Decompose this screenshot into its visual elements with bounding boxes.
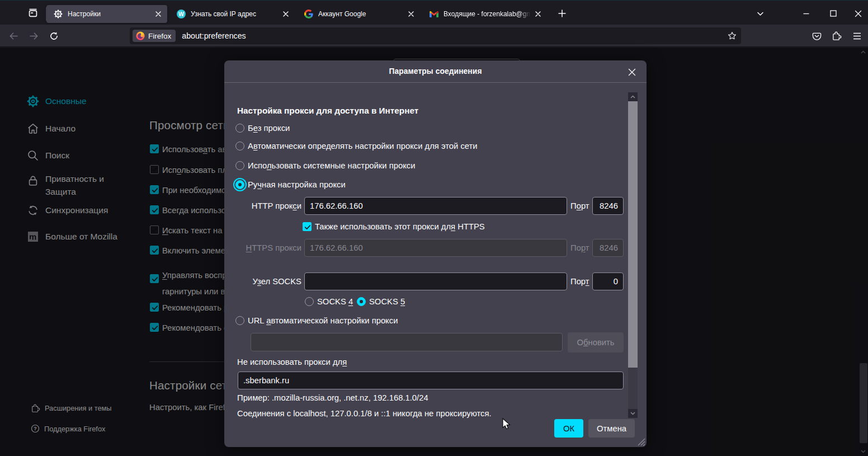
firefox-logo-icon <box>136 31 145 40</box>
list-all-tabs-button[interactable] <box>752 5 768 22</box>
dialog-header: Параметры соединения <box>224 60 647 83</box>
radio[interactable] <box>235 142 244 151</box>
whoer-icon: W <box>177 10 186 18</box>
window-maximize-button[interactable] <box>825 5 842 22</box>
navigation-toolbar: Firefox about:preferences <box>0 25 868 47</box>
forward-button[interactable] <box>25 27 43 45</box>
checkbox[interactable] <box>303 222 312 231</box>
new-tab-button[interactable] <box>554 5 570 22</box>
scrollbar-thumb[interactable] <box>628 101 638 368</box>
https-proxy-label: HTTPS прокси <box>224 243 301 252</box>
radio-row-manual-proxy[interactable]: Ручная настройка прокси <box>235 180 346 189</box>
pocket-button[interactable] <box>808 27 825 45</box>
tab-whoer[interactable]: W Узнать свой IP адрес <box>169 5 295 23</box>
tab-title: Настройки <box>68 10 152 18</box>
also-https-row[interactable]: Также использовать этот прокси для HTTPS <box>303 222 485 231</box>
http-port-label: Порт <box>570 201 589 210</box>
socks-port-input[interactable]: 0 <box>592 272 624 290</box>
radio-label: SOCKS 4 <box>317 297 353 306</box>
radio[interactable] <box>305 297 314 306</box>
socks-host-label: Узел SOCKS <box>224 277 301 286</box>
localhost-note: Соединения с localhost, 127.0.0.1/8 и ::… <box>237 409 492 418</box>
url-text: about:preferences <box>182 31 724 40</box>
mouse-cursor <box>502 418 514 431</box>
bookmark-star-button[interactable] <box>724 28 740 44</box>
proxy-heading: Настройка прокси для доступа в Интернет <box>237 106 418 116</box>
connection-settings-dialog: Параметры соединения Настройка прокси дл… <box>224 60 647 447</box>
radio[interactable] <box>235 316 244 325</box>
https-port-input: 8246 <box>592 239 624 257</box>
radio[interactable] <box>235 124 244 133</box>
no-proxy-input[interactable]: .sberbank.ru <box>238 372 624 389</box>
http-port-input[interactable]: 8246 <box>592 197 624 215</box>
window-minimize-button[interactable] <box>798 5 814 22</box>
menu-button[interactable] <box>848 27 866 45</box>
dialog-scrollbar[interactable] <box>628 92 638 418</box>
window-close-button[interactable] <box>850 5 866 22</box>
http-proxy-label: HTTP прокси <box>224 201 301 210</box>
ok-button[interactable]: ОК <box>554 419 583 438</box>
example-text: Пример: .mozilla-russia.org, .net.nz, 19… <box>237 393 428 402</box>
dialog-close-button[interactable] <box>624 64 639 79</box>
tab-close-icon[interactable] <box>534 10 542 18</box>
radio-label: Без прокси <box>248 124 290 133</box>
radio-row-system-proxy[interactable]: Использовать системные настройки прокси <box>235 161 416 170</box>
tab-title: Узнать свой IP адрес <box>191 10 279 18</box>
firefox-view-icon <box>28 8 38 18</box>
radio[interactable] <box>357 297 366 306</box>
radio[interactable] <box>235 161 244 170</box>
tab-title: Аккаунт Google <box>318 10 404 18</box>
tab-gmail[interactable]: Входящие - forzenkalab@gmai <box>422 5 547 23</box>
scroll-down-button[interactable] <box>628 409 638 418</box>
https-port-label: Порт <box>570 243 589 252</box>
google-icon <box>304 10 313 18</box>
radio-row-no-proxy[interactable]: Без прокси <box>235 124 290 133</box>
radio-label: SOCKS 5 <box>369 297 405 306</box>
radio-label: Ручная настройка прокси <box>248 180 346 189</box>
cancel-button[interactable]: Отмена <box>588 419 635 438</box>
reload-button[interactable] <box>45 27 63 45</box>
tab-title: Входящие - forzenkalab@gmai <box>444 10 531 18</box>
resize-grip[interactable] <box>635 436 645 446</box>
http-proxy-input[interactable]: 176.62.66.160 <box>304 197 567 215</box>
checkbox-label: Также использовать этот прокси для HTTPS <box>315 222 485 231</box>
tab-close-icon[interactable] <box>154 10 163 18</box>
no-proxy-label: Не использовать прокси для <box>237 358 347 366</box>
https-proxy-input: 176.62.66.160 <box>304 239 567 257</box>
tab-close-icon[interactable] <box>407 10 416 18</box>
tab-close-icon[interactable] <box>281 10 290 18</box>
radio-label: Использовать системные настройки прокси <box>248 161 416 170</box>
tab-bar: Настройки W Узнать свой IP адрес <box>0 0 868 25</box>
svg-text:W: W <box>178 11 184 17</box>
dialog-title: Параметры соединения <box>224 60 647 83</box>
gmail-icon <box>430 10 438 18</box>
scroll-up-button[interactable] <box>628 92 638 101</box>
firefox-window: Настройки W Узнать свой IP адрес <box>0 0 868 456</box>
socks5-radio-row[interactable]: SOCKS 5 <box>357 297 405 306</box>
identity-label: Firefox <box>148 32 171 40</box>
identity-chip[interactable]: Firefox <box>133 30 176 42</box>
radio[interactable] <box>235 180 244 189</box>
tab-settings[interactable]: Настройки <box>46 5 167 23</box>
radio-label: Автоматически определять настройки прокс… <box>248 142 478 151</box>
tab-google-account[interactable]: Аккаунт Google <box>297 5 420 23</box>
socks-host-input[interactable] <box>304 272 567 290</box>
reload-button: Обновить <box>568 332 624 352</box>
autoconfig-radio-row[interactable]: URL автоматической настройки прокси <box>235 316 398 325</box>
extensions-button[interactable] <box>828 27 846 45</box>
firefox-view-button[interactable] <box>25 4 41 21</box>
socks-port-label: Порт <box>570 277 589 286</box>
gear-icon <box>54 10 63 18</box>
autoconfig-url-input <box>251 333 563 351</box>
back-button[interactable] <box>4 27 22 45</box>
url-bar[interactable]: Firefox about:preferences <box>130 27 741 44</box>
radio-row-auto-detect[interactable]: Автоматически определять настройки прокс… <box>235 142 478 151</box>
socks4-radio-row[interactable]: SOCKS 4 <box>305 297 353 306</box>
radio-label: URL автоматической настройки прокси <box>248 316 398 325</box>
